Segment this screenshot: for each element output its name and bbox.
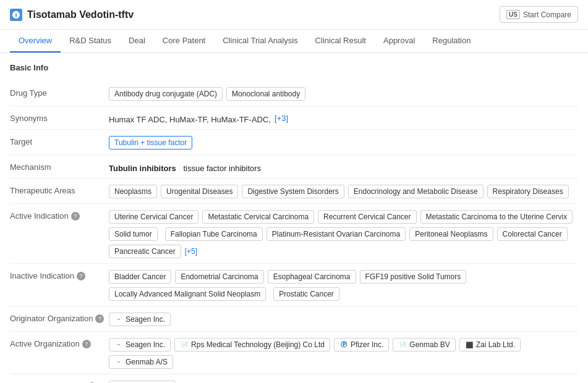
tag-metastatic-cervical[interactable]: Metastatic Cervical Carcinoma xyxy=(202,210,314,224)
tab-core-patent[interactable]: Core Patent xyxy=(154,30,214,53)
label-inactive-org: Inactive Organization ? xyxy=(10,379,109,383)
tag-fgf19[interactable]: FGF19 positive Solid Tumors xyxy=(360,270,467,284)
tag-peritoneal[interactable]: Peritoneal Neoplasms xyxy=(409,227,493,241)
org-zai-lab[interactable]: ⬛ Zai Lab Ltd. xyxy=(459,338,521,351)
compare-icon: US xyxy=(506,10,520,19)
org-pfizer[interactable]: Ⓟ Pfizer Inc. xyxy=(334,338,389,351)
tag-prostatic[interactable]: Prostatic Cancer xyxy=(273,287,339,301)
org-genmab-inc[interactable]: 📄 Genmab, Inc. xyxy=(109,381,176,383)
label-active-org: Active Organization ? xyxy=(10,337,109,348)
label-therapeutic-areas: Therapeutic Areas xyxy=(10,183,109,195)
inactive-indication-help-icon[interactable]: ? xyxy=(77,272,85,280)
value-therapeutic-areas: Neoplasms Urogenital Diseases Digestive … xyxy=(109,183,578,198)
active-indication-more-link[interactable]: [+5] xyxy=(185,247,197,256)
tab-clinical-trial[interactable]: Clinical Trial Analysis xyxy=(214,30,306,53)
row-active-org: Active Organization ? ~ Seagen Inc. 📄 Rp… xyxy=(10,332,578,374)
tab-rd-status[interactable]: R&D Status xyxy=(61,30,120,53)
pfizer-icon: Ⓟ xyxy=(339,340,348,349)
drug-icon xyxy=(10,9,22,21)
row-mechanism: Mechanism Tubulin inhibitors tissue fact… xyxy=(10,155,578,179)
section-basic-info-title: Basic Info xyxy=(10,63,578,72)
seagen-originator-icon: ~ xyxy=(114,315,123,324)
tag-platinum-resistant[interactable]: Platinum-Resistant Ovarian Carcinoma xyxy=(266,227,406,241)
mechanism-sep xyxy=(179,164,181,173)
active-indication-help-icon[interactable]: ? xyxy=(71,212,80,221)
header: Tisotamab Vedotin-tftv US Start Compare xyxy=(0,0,588,30)
tab-deal[interactable]: Deal xyxy=(120,30,154,53)
row-originator-org: Originator Organization ? ~ Seagen Inc. xyxy=(10,306,578,332)
synonyms-more-link[interactable]: [+3] xyxy=(275,114,288,123)
seagen-active-icon: ~ xyxy=(114,340,123,349)
compare-label: Start Compare xyxy=(523,11,571,19)
value-mechanism: Tubulin inhibitors tissue factor inhibit… xyxy=(109,160,578,173)
tab-clinical-result[interactable]: Clinical Result xyxy=(307,30,375,53)
tag-esophageal[interactable]: Esophageal Carcinoma xyxy=(268,270,356,284)
tag-solid-tumor[interactable]: Solid tumor xyxy=(109,227,158,241)
label-target: Target xyxy=(10,135,109,146)
value-originator-org: ~ Seagen Inc. xyxy=(109,311,578,326)
tag-adc[interactable]: Antibody drug conjugate (ADC) xyxy=(109,87,223,101)
label-synonyms: Synonyms xyxy=(10,111,109,123)
tag-target[interactable]: Tubulin + tissue factor xyxy=(109,136,192,149)
tag-digestive[interactable]: Digestive System Disorders xyxy=(242,185,344,198)
row-inactive-indication: Inactive Indication ? Bladder Cancer End… xyxy=(10,264,578,306)
tag-bladder[interactable]: Bladder Cancer xyxy=(109,270,171,284)
row-active-indication: Active Indication ? Uterine Cervical Can… xyxy=(10,204,578,264)
row-synonyms: Synonyms Humax TF ADC, HuMax-TF, HuMax-T… xyxy=(10,106,578,130)
tab-regulation[interactable]: Regulation xyxy=(424,30,479,53)
value-synonyms: Humax TF ADC, HuMax-TF, HuMax-TF-ADC, [+… xyxy=(109,111,578,124)
tag-locally-advanced[interactable]: Locally Advanced Malignant Solid Neoplas… xyxy=(109,287,266,301)
org-genmab-bv[interactable]: 📄 Genmab BV xyxy=(393,338,455,351)
row-therapeutic-areas: Therapeutic Areas Neoplasms Urogenital D… xyxy=(10,179,578,204)
org-seagen-active[interactable]: ~ Seagen Inc. xyxy=(109,338,171,351)
value-active-org: ~ Seagen Inc. 📄 Rps Medical Technology (… xyxy=(109,337,578,369)
value-target: Tubulin + tissue factor xyxy=(109,135,578,149)
content-area: Basic Info Drug Type Antibody drug conju… xyxy=(0,53,588,383)
tag-metastatic-carcinoma-uterine[interactable]: Metastatic Carcinoma to the Uterine Cerv… xyxy=(420,210,573,224)
value-inactive-indication: Bladder Cancer Endometrial Carcinoma Eso… xyxy=(109,269,578,301)
label-active-indication: Active Indication ? xyxy=(10,209,109,221)
tag-respiratory[interactable]: Respiratory Diseases xyxy=(487,185,569,198)
tab-overview[interactable]: Overview xyxy=(10,30,61,53)
header-left: Tisotamab Vedotin-tftv xyxy=(10,9,134,21)
label-inactive-indication: Inactive Indication ? xyxy=(10,269,109,280)
value-active-indication: Uterine Cervical Cancer Metastatic Cervi… xyxy=(109,209,578,258)
label-mechanism: Mechanism xyxy=(10,160,109,172)
genmab-bv-icon: 📄 xyxy=(398,340,407,349)
rps-icon: 📄 xyxy=(180,340,189,349)
tag-neoplasms[interactable]: Neoplasms xyxy=(109,185,157,198)
tag-monoclonal[interactable]: Monoclonal antibody xyxy=(226,87,305,101)
org-rps[interactable]: 📄 Rps Medical Technology (Beijing) Co Lt… xyxy=(174,338,330,351)
tag-fallopian[interactable]: Fallopian Tube Carcinoma xyxy=(165,227,263,241)
start-compare-button[interactable]: US Start Compare xyxy=(500,6,578,23)
synonyms-text: Humax TF ADC, HuMax-TF, HuMax-TF-ADC, xyxy=(109,112,271,124)
tag-colorectal[interactable]: Colorectal Cancer xyxy=(497,227,568,241)
tag-endometrial[interactable]: Endometrial Carcinoma xyxy=(175,270,263,284)
mechanism-item-1: Tubulin inhibitors xyxy=(109,164,176,173)
label-drug-type: Drug Type xyxy=(10,86,109,98)
tab-approval[interactable]: Approval xyxy=(375,30,424,53)
mechanism-item-2: tissue factor inhibitors xyxy=(183,164,261,173)
zai-lab-icon: ⬛ xyxy=(465,340,474,349)
drug-title: Tisotamab Vedotin-tftv xyxy=(27,9,134,20)
value-drug-type: Antibody drug conjugate (ADC) Monoclonal… xyxy=(109,86,578,101)
tag-endocrinology[interactable]: Endocrinology and Metabolic Disease xyxy=(348,185,484,198)
originator-org-help-icon[interactable]: ? xyxy=(95,314,104,323)
row-drug-type: Drug Type Antibody drug conjugate (ADC) … xyxy=(10,81,578,106)
mechanism-text: Tubulin inhibitors tissue factor inhibit… xyxy=(109,161,261,173)
org-seagen-originator[interactable]: ~ Seagen Inc. xyxy=(109,313,171,326)
nav-tabs: Overview R&D Status Deal Core Patent Cli… xyxy=(0,30,588,53)
active-org-help-icon[interactable]: ? xyxy=(82,340,91,348)
genmab-as-icon: ~ xyxy=(114,358,123,366)
tag-recurrent-cervical[interactable]: Recurrent Cervical Cancer xyxy=(318,210,416,224)
tag-urogenital[interactable]: Urogenital Diseases xyxy=(161,185,238,198)
tag-pancreatic[interactable]: Pancreatic Cancer xyxy=(109,245,181,258)
tag-uterine-cervical[interactable]: Uterine Cervical Cancer xyxy=(109,210,198,224)
org-genmab-as[interactable]: ~ Genmab A/S xyxy=(109,355,173,369)
row-target: Target Tubulin + tissue factor xyxy=(10,130,578,155)
value-inactive-org: 📄 Genmab, Inc. xyxy=(109,379,578,383)
label-originator-org: Originator Organization ? xyxy=(10,311,109,323)
row-inactive-org: Inactive Organization ? 📄 Genmab, Inc. xyxy=(10,374,578,383)
